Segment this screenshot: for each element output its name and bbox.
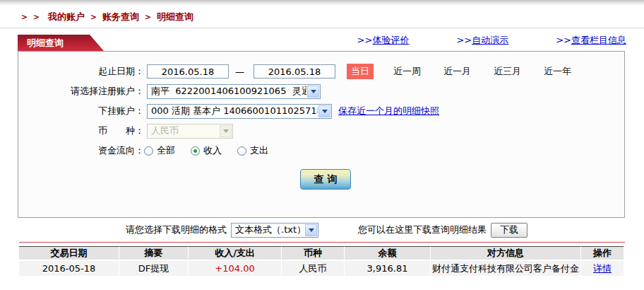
form-row-flow: 资金流向： 全部 收入 支出 <box>18 141 624 161</box>
link-label: 自动演示 <box>472 35 508 45</box>
link-auto-demo[interactable]: >>自动演示 <box>456 34 508 47</box>
breadcrumb-item-my-account[interactable]: 我的账户 <box>48 11 85 22</box>
flow-label: 资金流向： <box>18 144 144 157</box>
sub-account-select[interactable]: 000 活期 基本户 1406600101102571848 <box>147 104 332 119</box>
save-snapshot-link[interactable]: 保存近一个月的明细快照 <box>338 105 439 117</box>
link-prefix: >> <box>456 35 472 45</box>
col-header-counterparty: 对方信息 <box>431 246 581 261</box>
sub-account-value: 000 活期 基本户 1406600101102571848 <box>148 105 318 118</box>
register-account-value: 南平 6222001406100921065 灵通卡 <box>148 85 306 98</box>
range-today-button[interactable]: 当日 <box>347 64 374 79</box>
table-row: 2016-05-18 DF提现 +104.00 人民币 3,916.81 财付通… <box>19 261 624 276</box>
divider-red-line <box>19 242 625 243</box>
breadcrumb-item-detail-query[interactable]: 明细查询 <box>157 11 193 22</box>
download-format-label: 请您选择下载明细的格式 <box>126 224 227 236</box>
col-header-currency: 币种 <box>282 246 345 261</box>
breadcrumb-separator: ＞ <box>89 11 98 22</box>
currency-label: 币 种： <box>18 124 144 137</box>
col-header-summary: 摘要 <box>119 246 189 261</box>
link-label: 体验评价 <box>372 35 409 45</box>
radio-label: 收入 <box>203 144 222 157</box>
radio-label: 支出 <box>250 144 268 157</box>
cell-amount: +104.00 <box>189 261 282 276</box>
tab-detail-query[interactable]: 明细查询 <box>18 35 104 51</box>
chevron-down-icon <box>307 86 319 98</box>
radio-icon <box>144 146 153 156</box>
cell-currency: 人民币 <box>282 261 345 276</box>
cell-summary: DF提现 <box>119 261 189 276</box>
radio-option-expense[interactable]: 支出 <box>237 144 268 157</box>
col-header-action: 操作 <box>581 246 624 261</box>
top-band <box>0 0 644 5</box>
date-from-input[interactable] <box>147 64 229 79</box>
query-form-panel: 起止日期： — 当日 近一周 近一月 近三月 近一年 请选择注册账户： 南平 6… <box>18 51 625 218</box>
link-view-column-info[interactable]: >>查看栏目信息 <box>556 34 626 47</box>
download-button[interactable]: 下载 <box>491 223 527 238</box>
download-format-select[interactable]: 文本格式（.txt） <box>231 223 318 238</box>
link-experience-rating[interactable]: >>体验评价 <box>357 34 410 47</box>
col-header-date: 交易日期 <box>19 246 119 261</box>
range-last-week-button[interactable]: 近一周 <box>390 64 424 79</box>
form-row-currency: 币 种： 人民币 <box>18 121 624 141</box>
section-header: 明细查询 >>体验评价 >>自动演示 >>查看栏目信息 <box>18 28 626 51</box>
date-to-input[interactable] <box>254 64 335 79</box>
download-format-value: 文本格式（.txt） <box>232 224 304 237</box>
range-last-3-months-button[interactable]: 近三月 <box>491 64 524 79</box>
form-row-sub-account: 下挂账户： 000 活期 基本户 1406600101102571848 保存近… <box>18 101 624 121</box>
query-button[interactable]: 查 询 <box>300 169 351 190</box>
col-header-amount: 收入/支出 <box>189 246 282 261</box>
breadcrumb-prefix: ＞＞ <box>20 11 44 22</box>
cell-action: 详情 <box>581 261 624 276</box>
chevron-down-icon <box>305 224 317 236</box>
link-prefix: >> <box>357 35 373 45</box>
date-separator: — <box>235 66 244 77</box>
header-links: >>体验评价 >>自动演示 >>查看栏目信息 <box>310 34 626 47</box>
register-account-label: 请选择注册账户： <box>18 85 144 98</box>
range-last-month-button[interactable]: 近一月 <box>441 64 474 79</box>
download-hint: 您可以在这里下载查询明细结果 <box>358 224 487 236</box>
cell-balance: 3,916.81 <box>345 261 431 276</box>
date-range-label: 起止日期： <box>18 65 144 78</box>
range-last-year-button[interactable]: 近一年 <box>541 64 574 79</box>
cell-counterparty: 财付通支付科技有限公司客户备付金 <box>431 261 581 276</box>
radio-option-all[interactable]: 全部 <box>144 144 175 157</box>
download-row: 请您选择下载明细的格式 文本格式（.txt） 您可以在这里下载查询明细结果 下载 <box>0 218 644 242</box>
col-header-balance: 余额 <box>345 246 431 261</box>
breadcrumb-separator: ＞ <box>143 11 153 22</box>
cell-date: 2016-05-18 <box>19 261 119 276</box>
chevron-down-icon <box>318 105 330 117</box>
transaction-table: 交易日期 摘要 收入/支出 币种 余额 对方信息 操作 2016-05-18 D… <box>19 246 624 276</box>
form-row-register-account: 请选择注册账户： 南平 6222001406100921065 灵通卡 <box>18 81 624 101</box>
breadcrumb: ＞＞我的账户＞账务查询＞明细查询 <box>0 5 644 28</box>
sub-account-label: 下挂账户： <box>18 105 144 117</box>
breadcrumb-item-account-query[interactable]: 账务查询 <box>102 11 139 22</box>
table-header-row: 交易日期 摘要 收入/支出 币种 余额 对方信息 操作 <box>19 246 624 261</box>
detail-link[interactable]: 详情 <box>593 263 612 274</box>
radio-label: 全部 <box>157 144 175 157</box>
link-label: 查看栏目信息 <box>571 35 626 45</box>
form-row-date: 起止日期： — 当日 近一周 近一月 近三月 近一年 <box>18 62 624 81</box>
radio-icon <box>191 146 200 156</box>
currency-value: 人民币 <box>148 124 219 138</box>
link-prefix: >> <box>556 35 571 45</box>
radio-icon <box>237 146 246 156</box>
radio-option-income[interactable]: 收入 <box>191 144 222 157</box>
chevron-down-icon <box>220 125 232 137</box>
page: ＞＞我的账户＞账务查询＞明细查询 明细查询 >>体验评价 >>自动演示 >>查看… <box>0 0 644 290</box>
register-account-select[interactable]: 南平 6222001406100921065 灵通卡 <box>147 84 321 99</box>
currency-select: 人民币 <box>147 124 233 139</box>
